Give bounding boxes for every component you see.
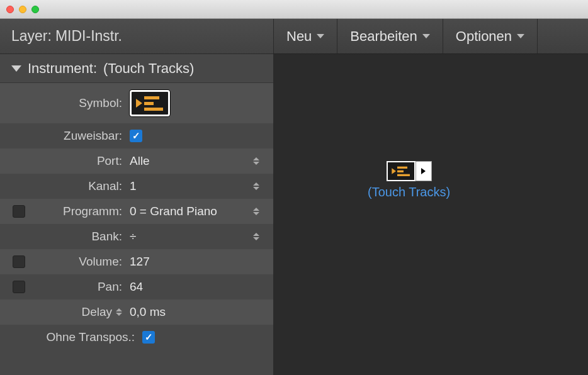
minimize-icon[interactable] xyxy=(19,6,26,13)
bank-value-stepper[interactable]: ÷ xyxy=(126,230,267,243)
neu-label: Neu xyxy=(286,28,312,45)
instrument-section-header[interactable]: Instrument: (Touch Tracks) xyxy=(0,54,273,83)
svg-rect-5 xyxy=(397,167,407,169)
neu-menu-button[interactable]: Neu xyxy=(273,19,337,53)
svg-rect-1 xyxy=(144,96,159,99)
symbol-button[interactable] xyxy=(130,90,170,116)
pan-enable-checkbox[interactable] xyxy=(13,281,25,293)
row-zuweisbar: Zuweisbar: xyxy=(0,123,273,148)
optionen-label: Optionen xyxy=(456,28,512,45)
zuweisbar-label: Zuweisbar: xyxy=(38,129,126,143)
svg-rect-6 xyxy=(397,171,404,172)
instrument-value: (Touch Tracks) xyxy=(103,60,194,77)
delay-value: 0,0 ms xyxy=(130,305,166,319)
disclosure-triangle-icon[interactable] xyxy=(11,65,21,72)
bearbeiten-menu-button[interactable]: Bearbeiten xyxy=(337,19,443,53)
kanal-value-stepper[interactable]: 1 xyxy=(126,179,267,193)
inspector-sidebar: Layer: MIDI-Instr. Instrument: (Touch Tr… xyxy=(0,19,273,375)
pan-value: 64 xyxy=(130,280,143,294)
layer-label: Layer: xyxy=(11,28,52,45)
row-delay: Delay 0,0 ms xyxy=(0,299,273,325)
chevron-down-icon xyxy=(317,34,324,38)
programm-value: 0 = Grand Piano xyxy=(130,204,217,218)
output-port-icon xyxy=(421,168,426,174)
stepper-icon[interactable] xyxy=(253,208,259,215)
chevron-down-icon xyxy=(517,34,524,38)
touch-tracks-node[interactable]: (Touch Tracks) xyxy=(368,161,450,199)
ohne-transpos-label: Ohne Transpos.: xyxy=(38,330,139,344)
symbol-label: Symbol: xyxy=(38,96,126,110)
svg-marker-0 xyxy=(136,99,142,108)
port-label: Port: xyxy=(38,154,126,168)
optionen-menu-button[interactable]: Optionen xyxy=(443,19,538,53)
svg-rect-7 xyxy=(397,174,410,176)
close-icon[interactable] xyxy=(6,6,14,13)
programm-value-stepper[interactable]: 0 = Grand Piano xyxy=(126,204,267,218)
kanal-label: Kanal: xyxy=(38,179,126,193)
pan-value-field[interactable]: 64 xyxy=(126,280,267,294)
zoom-icon[interactable] xyxy=(31,6,39,13)
environment-canvas[interactable]: (Touch Tracks) xyxy=(273,54,588,375)
zuweisbar-checkbox[interactable] xyxy=(130,130,142,142)
stepper-icon[interactable] xyxy=(253,157,259,165)
programm-label: Programm: xyxy=(38,204,126,218)
svg-marker-4 xyxy=(392,168,396,174)
volume-label: Volume: xyxy=(38,255,126,269)
layer-selector[interactable]: Layer: MIDI-Instr. xyxy=(0,19,273,54)
row-port: Port: Alle xyxy=(0,148,273,174)
touch-tracks-icon xyxy=(390,165,412,177)
ohne-transpos-checkbox[interactable] xyxy=(142,331,155,344)
bank-value: ÷ xyxy=(130,230,136,243)
stepper-icon[interactable] xyxy=(253,233,259,240)
stepper-icon[interactable] xyxy=(116,308,122,316)
instrument-label: Instrument: xyxy=(28,60,97,77)
environment-toolbar: Neu Bearbeiten Optionen xyxy=(273,19,588,54)
volume-enable-checkbox[interactable] xyxy=(13,255,25,268)
stepper-icon[interactable] xyxy=(253,182,259,190)
delay-value-field[interactable]: 0,0 ms xyxy=(126,305,267,319)
port-value-stepper[interactable]: Alle xyxy=(126,154,267,168)
environment-canvas-pane: Neu Bearbeiten Optionen xyxy=(273,19,588,375)
node-label: (Touch Tracks) xyxy=(368,185,450,199)
kanal-value: 1 xyxy=(130,179,137,193)
port-value: Alle xyxy=(130,154,150,168)
row-programm: Programm: 0 = Grand Piano xyxy=(0,199,273,224)
programm-enable-checkbox[interactable] xyxy=(13,205,25,218)
volume-value: 127 xyxy=(130,255,150,269)
chevron-down-icon xyxy=(422,34,430,38)
svg-rect-2 xyxy=(144,102,154,105)
delay-label-stepper[interactable]: Delay xyxy=(81,305,122,319)
row-volume: Volume: 127 xyxy=(0,249,273,274)
row-ohne-transpos: Ohne Transpos.: xyxy=(0,325,273,350)
touch-tracks-icon xyxy=(134,94,166,113)
node-icon xyxy=(387,161,432,181)
layer-value: MIDI-Instr. xyxy=(55,28,122,45)
volume-value-field[interactable]: 127 xyxy=(126,255,267,269)
svg-rect-3 xyxy=(144,108,163,111)
bank-label: Bank: xyxy=(38,230,126,243)
row-pan: Pan: 64 xyxy=(0,274,273,299)
delay-label: Delay xyxy=(81,305,112,319)
row-bank: Bank: ÷ xyxy=(0,224,273,249)
window-titlebar xyxy=(0,0,588,19)
bearbeiten-label: Bearbeiten xyxy=(350,28,417,45)
row-symbol: Symbol: xyxy=(0,83,273,123)
row-kanal: Kanal: 1 xyxy=(0,174,273,199)
pan-label: Pan: xyxy=(38,280,126,294)
